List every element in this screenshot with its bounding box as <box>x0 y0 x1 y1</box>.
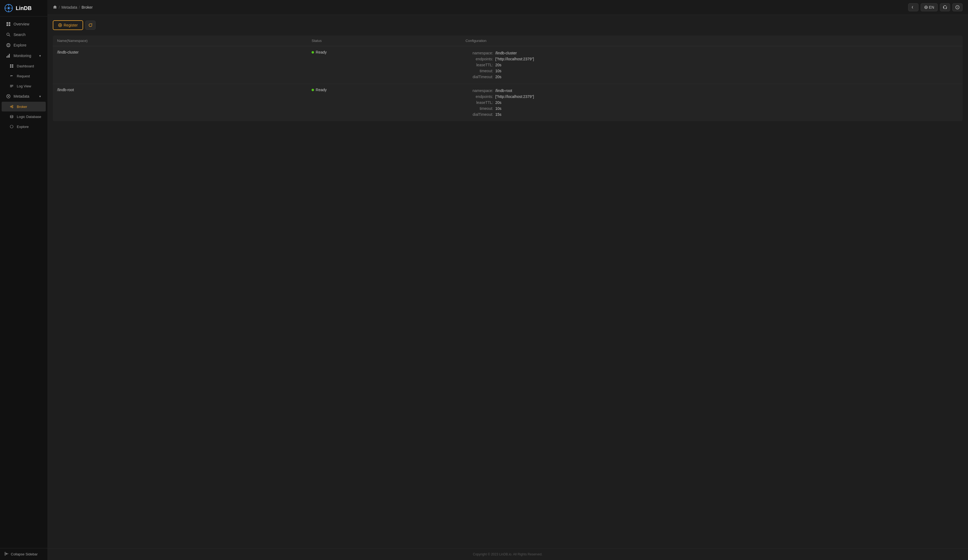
broker-config-1: namespace:/lindb-root endpoints:["http:/… <box>461 84 963 121</box>
metadata-chevron: ▼ <box>39 95 41 98</box>
breadcrumb-current: Broker <box>81 5 93 10</box>
breadcrumb: / Metadata / Broker <box>53 5 93 10</box>
app-name: LinDB <box>16 5 31 12</box>
monitoring-chevron: ▼ <box>39 55 41 57</box>
broker-table: Name(Namespace) Status Configuration /li… <box>53 35 963 121</box>
help-button[interactable]: ? <box>952 3 963 12</box>
broker-name-0: /lindb-cluster <box>53 46 307 84</box>
footer-text: Copyright © 2023 LinDB.io. All Rights Re… <box>473 552 542 556</box>
svg-rect-18 <box>9 54 10 58</box>
svg-rect-23 <box>10 85 13 86</box>
status-dot-1 <box>312 89 314 91</box>
sidebar-item-monitoring-label: Monitoring <box>13 54 31 58</box>
overview-icon <box>6 21 11 26</box>
github-button[interactable] <box>940 3 950 12</box>
svg-point-31 <box>12 105 13 106</box>
col-name: Name(Namespace) <box>53 35 307 46</box>
collapse-icon <box>4 552 9 557</box>
col-config: Configuration <box>461 35 963 46</box>
header: / Metadata / Broker EN ? <box>47 0 968 15</box>
collapse-sidebar[interactable]: Collapse Sidebar <box>0 548 47 560</box>
broker-name-1: /lindb-root <box>53 84 307 121</box>
svg-rect-10 <box>9 24 10 26</box>
svg-rect-9 <box>7 24 8 26</box>
sidebar-item-overview-label: Overview <box>13 22 29 26</box>
sidebar-item-search[interactable]: Search <box>2 30 46 40</box>
toolbar: Register <box>53 20 963 30</box>
table-header-row: Name(Namespace) Status Configuration <box>53 35 963 46</box>
sidebar-item-dashboard[interactable]: Dashboard <box>2 61 46 71</box>
broker-icon <box>9 104 14 109</box>
sidebar-item-logview-label: Log View <box>17 84 31 88</box>
svg-line-12 <box>9 35 10 36</box>
refresh-icon <box>88 23 93 27</box>
broker-config-0: namespace:/lindb-cluster endpoints:["htt… <box>461 46 963 84</box>
svg-point-27 <box>8 96 9 97</box>
logo: LinDB <box>0 0 47 17</box>
broker-status-1: Ready <box>307 84 461 121</box>
svg-rect-8 <box>9 22 10 24</box>
logic-database-icon <box>9 114 14 119</box>
dashboard-icon <box>9 64 14 68</box>
sidebar-item-explore-label: Explore <box>13 43 26 47</box>
register-button[interactable]: Register <box>53 20 83 30</box>
header-actions: EN ? <box>908 3 963 12</box>
language-label: EN <box>929 5 934 10</box>
monitoring-icon <box>6 53 11 58</box>
svg-rect-20 <box>12 64 13 66</box>
language-button[interactable]: EN <box>921 3 938 12</box>
sidebar-item-metadata-label: Metadata <box>13 94 29 99</box>
theme-toggle-button[interactable] <box>908 3 918 12</box>
register-plus-icon <box>58 23 62 27</box>
svg-rect-16 <box>7 56 7 58</box>
sidebar-item-broker[interactable]: Broker <box>2 102 46 111</box>
main-area: / Metadata / Broker EN ? <box>47 0 968 560</box>
svg-line-28 <box>7 95 8 96</box>
svg-rect-25 <box>10 87 12 88</box>
svg-rect-37 <box>5 552 6 556</box>
status-text-0: Ready <box>316 50 327 55</box>
svg-rect-7 <box>7 22 8 24</box>
search-icon <box>6 32 11 37</box>
sidebar-item-overview[interactable]: Overview <box>2 19 46 29</box>
metadata-explore-icon <box>9 124 14 129</box>
sidebar-item-search-label: Search <box>13 33 25 37</box>
col-status: Status <box>307 35 461 46</box>
sidebar-item-request[interactable]: Request <box>2 71 46 81</box>
svg-text:?: ? <box>957 6 958 9</box>
svg-rect-21 <box>10 66 12 68</box>
sidebar-item-explore[interactable]: Explore <box>2 40 46 50</box>
sidebar-item-metadata-explore-label: Explore <box>17 125 29 129</box>
metadata-icon <box>6 94 11 99</box>
svg-point-36 <box>10 125 13 128</box>
register-label: Register <box>64 23 78 27</box>
collapse-sidebar-label: Collapse Sidebar <box>11 552 38 556</box>
sidebar-item-dashboard-label: Dashboard <box>17 64 34 68</box>
logview-icon <box>9 84 14 88</box>
status-text-1: Ready <box>316 88 327 92</box>
refresh-button[interactable] <box>85 21 96 30</box>
logo-icon <box>4 4 13 12</box>
sidebar-item-logic-database[interactable]: Logic Database <box>2 112 46 121</box>
svg-rect-22 <box>12 66 13 68</box>
svg-point-32 <box>12 107 13 108</box>
sidebar-item-monitoring[interactable]: Monitoring ▼ <box>2 51 46 61</box>
sidebar-item-logview[interactable]: Log View <box>2 81 46 91</box>
svg-point-2 <box>8 7 10 9</box>
home-icon[interactable] <box>53 5 57 10</box>
sidebar-nav: Overview Search Explore Monitoring ▼ <box>0 17 47 548</box>
svg-line-29 <box>9 95 10 96</box>
svg-point-30 <box>10 106 12 107</box>
svg-point-35 <box>10 115 13 116</box>
sidebar-item-metadata-explore[interactable]: Explore <box>2 122 46 132</box>
breadcrumb-separator-2: / <box>79 5 80 10</box>
table-row: /lindb-root Ready namespace:/lindb-root … <box>53 84 963 121</box>
explore-icon <box>6 43 11 48</box>
broker-status-0: Ready <box>307 46 461 84</box>
svg-rect-24 <box>10 86 13 86</box>
breadcrumb-parent[interactable]: Metadata <box>61 5 77 10</box>
sidebar-item-metadata[interactable]: Metadata ▼ <box>2 91 46 101</box>
content-area: Register Name(Namespace) Status Configur… <box>47 15 968 548</box>
sidebar: LinDB Overview Search Explore Monitorin <box>0 0 47 560</box>
footer: Copyright © 2023 LinDB.io. All Rights Re… <box>47 548 968 560</box>
